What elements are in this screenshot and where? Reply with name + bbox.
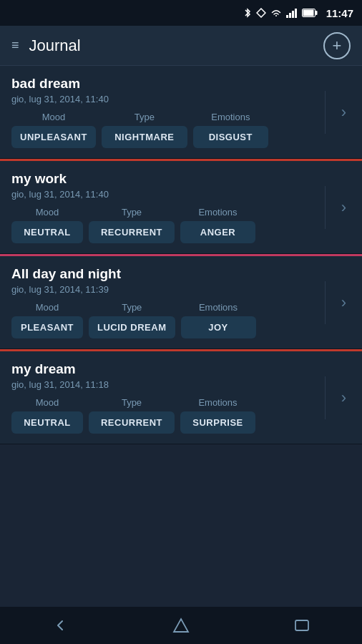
emotion-value: ANGER [180,221,255,243]
mood-label: Mood [42,112,66,122]
entry-header: All day and night gio, lug 31, 2014, 11:… [11,266,362,338]
back-button[interactable] [39,611,82,640]
type-label: Type [134,112,155,122]
mood-value: PLEASANT [11,316,83,338]
toolbar: ≡ Journal + [0,26,362,66]
svg-marker-0 [257,9,265,17]
diamond-icon [256,8,266,18]
type-value: RECURRENT [89,221,175,243]
entry-card: my dream gio, lug 31, 2014, 11:18 Mood N… [0,349,362,444]
bottom-nav [0,607,362,644]
type-value: LUCID DREAM [89,316,175,338]
entry-chevron[interactable]: › [325,281,362,324]
entry-title: All day and night [11,266,319,282]
tag-type-col: Type RECURRENT [89,397,175,434]
entry-date: gio, lug 31, 2014, 11:18 [11,379,319,390]
entry-date: gio, lug 31, 2014, 11:40 [11,94,319,104]
bluetooth-icon [243,7,252,19]
mood-label: Mood [36,397,59,408]
mood-label: Mood [36,302,59,313]
emotion-label: Emotions [198,207,237,218]
entry-date: gio, lug 31, 2014, 11:39 [11,284,319,295]
type-value: RECURRENT [89,411,175,434]
type-label: Type [122,397,142,408]
status-bar: 11:47 [0,0,362,26]
entry-chevron[interactable]: › [325,91,362,134]
menu-icon[interactable]: ≡ [11,38,19,53]
entry-card: bad dream gio, lug 31, 2014, 11:40 Mood … [0,66,362,159]
mood-value: UNPLEASANT [11,126,96,148]
mood-value: NEUTRAL [11,411,83,434]
svg-marker-8 [174,619,188,632]
battery-icon [302,9,318,17]
entry-card: All day and night gio, lug 31, 2014, 11:… [0,254,362,349]
tag-mood-col: Mood NEUTRAL [11,397,83,434]
tag-type-col: Type NIGHTMARE [102,112,187,148]
svg-rect-7 [315,11,318,15]
signal-icon [286,8,298,18]
emotion-label: Emotions [199,302,238,313]
emotion-label: Emotions [211,112,250,122]
entry-title: my dream [11,361,319,377]
svg-rect-3 [292,11,294,18]
tag-mood-col: Mood UNPLEASANT [11,112,96,148]
entries-list: bad dream gio, lug 31, 2014, 11:40 Mood … [0,66,362,607]
svg-rect-9 [295,620,308,630]
entry-chevron[interactable]: › [325,376,362,419]
status-time: 11:47 [326,7,353,19]
wifi-icon [270,9,282,18]
svg-rect-2 [289,13,291,18]
tag-emotion-col: Emotions ANGER [180,207,255,243]
emotion-value: DISGUST [193,126,268,148]
toolbar-title: Journal [29,36,81,55]
emotion-value: JOY [181,316,256,338]
entry-header: my work gio, lug 31, 2014, 11:40 Mood NE… [11,171,362,243]
type-label: Type [122,302,142,313]
entry-chevron[interactable]: › [325,186,362,229]
entry-header: my dream gio, lug 31, 2014, 11:18 Mood N… [11,361,362,434]
entry-title: my work [11,171,319,187]
svg-rect-1 [286,15,288,18]
tag-type-col: Type LUCID DREAM [89,302,175,338]
entry-info: All day and night gio, lug 31, 2014, 11:… [11,266,319,338]
recent-button[interactable] [280,611,323,640]
tag-mood-col: Mood NEUTRAL [11,207,83,243]
tag-emotion-col: Emotions SURPRISE [180,397,255,434]
emotion-label: Emotions [198,397,237,408]
tag-emotion-col: Emotions DISGUST [193,112,268,148]
tag-mood-col: Mood PLEASANT [11,302,83,338]
emotion-value: SURPRISE [180,411,255,434]
mood-label: Mood [36,207,59,218]
home-button[interactable] [160,611,202,640]
entry-title: bad dream [11,76,319,92]
entry-header: bad dream gio, lug 31, 2014, 11:40 Mood … [11,76,362,148]
type-label: Type [122,207,142,218]
tag-type-col: Type RECURRENT [89,207,175,243]
svg-rect-6 [303,10,313,16]
mood-value: NEUTRAL [11,221,83,243]
add-button[interactable]: + [323,32,351,59]
svg-rect-4 [295,9,297,18]
entry-info: my dream gio, lug 31, 2014, 11:18 Mood N… [11,361,319,434]
status-icons: 11:47 [243,7,353,19]
tag-emotion-col: Emotions JOY [181,302,256,338]
type-value: NIGHTMARE [102,126,187,148]
entry-info: my work gio, lug 31, 2014, 11:40 Mood NE… [11,171,319,243]
entry-info: bad dream gio, lug 31, 2014, 11:40 Mood … [11,76,319,148]
toolbar-left: ≡ Journal [11,36,81,55]
entry-card: my work gio, lug 31, 2014, 11:40 Mood NE… [0,159,362,254]
entry-date: gio, lug 31, 2014, 11:40 [11,189,319,200]
